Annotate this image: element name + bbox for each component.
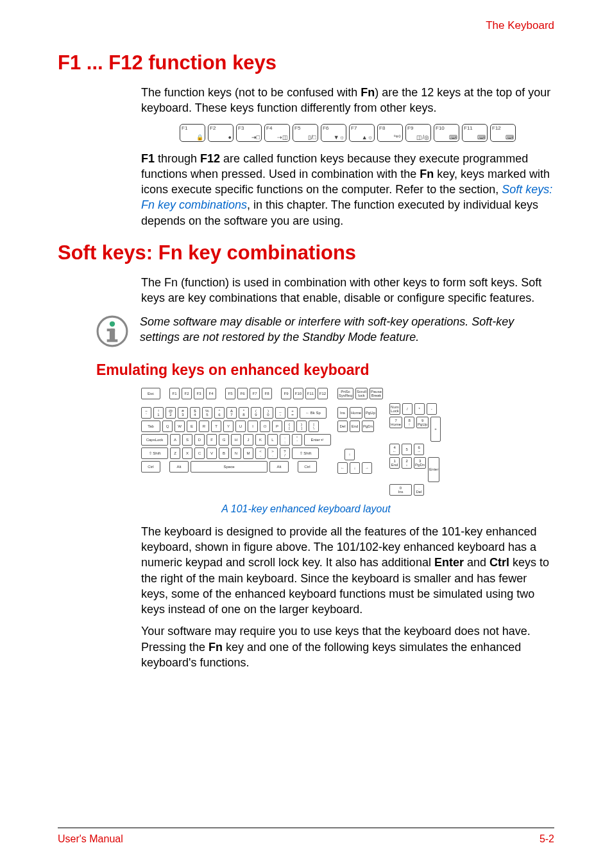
key: O bbox=[260, 421, 270, 432]
key: ← Bk Sp bbox=[300, 407, 327, 419]
key: ? / bbox=[280, 447, 290, 459]
key: / bbox=[402, 403, 412, 415]
key: PgDn bbox=[362, 421, 374, 432]
key: W bbox=[174, 421, 185, 432]
key: Enter ↵ bbox=[304, 434, 331, 446]
key: PgUp bbox=[364, 407, 377, 419]
fkey-f2: F2● bbox=[208, 124, 234, 142]
svg-point-1 bbox=[110, 321, 115, 326]
svg-rect-4 bbox=[107, 339, 118, 342]
key: ^ 6 bbox=[214, 407, 225, 419]
key: * 8 bbox=[239, 407, 249, 419]
key: ⇧ Shift bbox=[292, 447, 319, 459]
bold-ctrl: Ctrl bbox=[489, 556, 509, 569]
key: ↓ bbox=[350, 462, 360, 474]
key: ! 1 bbox=[153, 407, 164, 419]
bold-f1: F1 bbox=[141, 152, 155, 165]
key: F1 bbox=[169, 388, 180, 399]
key: L bbox=[268, 434, 278, 446]
fkey-f7: F7▲☼ bbox=[349, 124, 375, 142]
bold-enter: Enter bbox=[434, 556, 464, 569]
key: F8 bbox=[262, 388, 272, 399]
key: * bbox=[414, 403, 425, 415]
paragraph: Your software may require you to use key… bbox=[141, 623, 554, 670]
key: Ctrl bbox=[141, 461, 160, 473]
key: Home bbox=[350, 407, 362, 419]
key: Del bbox=[337, 421, 348, 432]
fkey-f10: F10⌨ bbox=[434, 124, 459, 142]
fkey-f3: F3⇥□ bbox=[236, 124, 262, 142]
key: F4 bbox=[206, 388, 216, 399]
key: Ctrl bbox=[298, 461, 317, 473]
key: ( 9 bbox=[251, 407, 261, 419]
key: > . bbox=[268, 447, 278, 459]
key: 7 Home bbox=[389, 417, 402, 428]
key: F3 bbox=[194, 388, 204, 399]
fkey-f6: F6▼☼ bbox=[321, 124, 346, 142]
key: 0 Ins bbox=[389, 484, 412, 496]
fkey-f9: F9◫/◎ bbox=[405, 124, 431, 142]
key: Pause Break bbox=[370, 388, 383, 399]
key: @ 2 bbox=[166, 407, 176, 419]
key: X bbox=[182, 447, 192, 459]
key: < , bbox=[255, 447, 266, 459]
paragraph: The Fn (function) is used in combination… bbox=[141, 275, 554, 306]
text: The function keys (not to be confused wi… bbox=[141, 86, 361, 99]
key: 4 ← bbox=[389, 444, 400, 455]
section-title-softkeys: Soft keys: Fn key combinations bbox=[58, 241, 554, 265]
bold-f12: F12 bbox=[200, 152, 220, 165]
key: M bbox=[243, 447, 253, 459]
key: → bbox=[362, 462, 372, 474]
key: R bbox=[199, 421, 209, 432]
fkey-f8: F8°ᵒ⁰ bbox=[377, 124, 403, 142]
key: 6 → bbox=[414, 444, 424, 455]
keyboard-layout-figure: EscF1F2F3F4F5F6F7F8F9F10F11F12~ `! 1@ 2#… bbox=[141, 388, 554, 496]
key: E bbox=[187, 421, 197, 432]
fkey-f12: F12⌨ bbox=[490, 124, 516, 142]
key: C bbox=[194, 447, 205, 459]
key: ⇧ Shift bbox=[141, 447, 168, 459]
key: F11 bbox=[305, 388, 316, 399]
info-icon bbox=[96, 315, 128, 347]
key: V bbox=[207, 447, 217, 459]
page-footer: User's Manual 5-2 bbox=[58, 833, 554, 845]
key: I bbox=[248, 421, 258, 432]
key: G bbox=[219, 434, 229, 446]
key: # 3 bbox=[178, 407, 188, 419]
paragraph: The keyboard is designed to provide all … bbox=[141, 524, 554, 618]
key: F9 bbox=[281, 388, 291, 399]
note-block: Some software may disable or interfere w… bbox=[96, 314, 554, 347]
key: + = bbox=[287, 407, 298, 419]
key: ← bbox=[337, 462, 348, 474]
bold-fn: Fn bbox=[361, 86, 375, 99]
key: . Del bbox=[414, 484, 424, 496]
key: " ' bbox=[292, 434, 302, 446]
key: } ] bbox=[296, 421, 307, 432]
key: Alt bbox=[269, 461, 289, 473]
key: Esc bbox=[141, 388, 160, 399]
footer-left: User's Manual bbox=[58, 833, 123, 845]
bold-fn: Fn bbox=[420, 168, 434, 180]
text: and bbox=[464, 556, 489, 569]
fkey-f1: F1🔒 bbox=[180, 124, 205, 142]
key: PrtSc SysReq bbox=[337, 388, 353, 399]
key: ) 0 bbox=[263, 407, 273, 419]
key: Num Lock bbox=[389, 403, 400, 415]
key: - bbox=[427, 403, 437, 415]
key: F10 bbox=[293, 388, 303, 399]
key: Z bbox=[170, 447, 180, 459]
key: K bbox=[255, 434, 266, 446]
key: F12 bbox=[318, 388, 328, 399]
key: 8 ↑ bbox=[404, 417, 414, 428]
key: F5 bbox=[225, 388, 235, 399]
key: N bbox=[231, 447, 241, 459]
footer-right: 5-2 bbox=[540, 833, 554, 845]
key: P bbox=[272, 421, 282, 432]
key: F6 bbox=[237, 388, 248, 399]
footer-rule bbox=[58, 828, 554, 828]
key: 5 bbox=[402, 444, 412, 455]
key: : ; bbox=[280, 434, 290, 446]
bold-fn: Fn bbox=[208, 641, 223, 654]
fkey-f11: F11⌨ bbox=[462, 124, 488, 142]
key: Tab bbox=[141, 421, 160, 432]
